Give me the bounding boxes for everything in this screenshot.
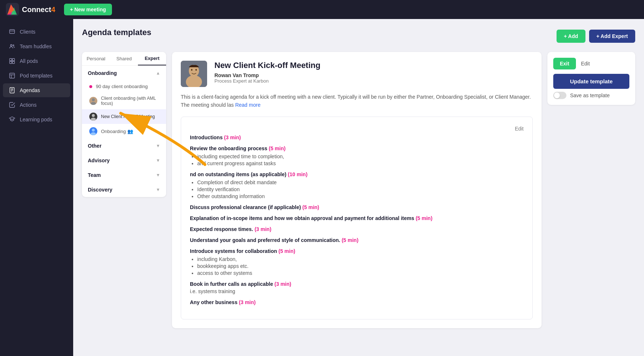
agenda-box: Edit Introductions (3 min) Review the on… — [181, 117, 533, 319]
chevron-down-advisory-icon: ▼ — [156, 158, 160, 163]
section-time-book: (3 min) — [274, 281, 291, 287]
svg-rect-10 — [10, 61, 12, 64]
save-as-template-toggle[interactable] — [553, 92, 566, 99]
tab-row: Personal Shared Expert — [82, 52, 166, 66]
sidebar-item-actions-label: Actions — [20, 102, 37, 108]
add-button[interactable]: + Add — [557, 30, 585, 43]
detail-header: New Client Kick-off Meeting Rowan Van Tr… — [181, 61, 533, 87]
sidebar-item-actions[interactable]: Actions — [3, 98, 70, 112]
category-other[interactable]: Other ▼ — [82, 139, 166, 153]
section-title-clearance: Discuss professional clearance (if appli… — [190, 204, 301, 210]
tab-personal[interactable]: Personal — [82, 52, 110, 65]
section-subtext-book: i.e. systems training — [190, 288, 524, 294]
template-item-aml[interactable]: Client onboarding (with AML focus) — [82, 92, 166, 109]
expert-avatar — [181, 61, 207, 87]
main-content: Agenda templates + Add + Add Expert Pers… — [73, 19, 644, 356]
add-expert-button[interactable]: + Add Expert — [589, 30, 635, 43]
svg-point-7 — [13, 45, 14, 46]
read-more-link[interactable]: Read more — [235, 102, 261, 108]
section-title-outstanding: nd on outstanding items (as applicable) — [190, 171, 287, 177]
detail-panel: New Client Kick-off Meeting Rowan Van Tr… — [172, 52, 542, 328]
category-onboarding-label: Onboarding — [88, 70, 117, 76]
template-item-90day[interactable]: 90 day client onboarding — [82, 80, 166, 92]
new-meeting-button[interactable]: + New meeting — [64, 4, 112, 15]
agenda-icon — [9, 87, 15, 94]
section-title-response: Expected response times. — [190, 226, 253, 232]
section-title-goals: Understand your goals and preferred styl… — [190, 237, 340, 243]
tab-shared[interactable]: Shared — [110, 52, 138, 65]
sidebar-item-team-huddles[interactable]: Team huddles — [3, 39, 70, 53]
section-time-inscope: (5 min) — [416, 215, 433, 221]
section-title-systems: Introduce systems for collaboration — [190, 248, 277, 254]
category-discovery-label: Discovery — [88, 187, 112, 193]
svg-rect-12 — [10, 73, 15, 78]
section-time-systems: (5 min) — [278, 248, 295, 254]
logo-icon — [6, 3, 19, 16]
tab-expert[interactable]: Expert — [138, 52, 166, 65]
category-advisory[interactable]: Advisory ▼ — [82, 153, 166, 168]
section-bullets-review: including expected time to completion, a… — [197, 154, 524, 166]
sidebar-item-agendas[interactable]: Agendas — [3, 83, 70, 97]
svg-rect-15 — [10, 88, 14, 93]
sidebar-item-agendas-label: Agendas — [20, 87, 40, 93]
template-avatar-dark — [89, 113, 97, 121]
sidebar-item-pod-templates[interactable]: Pod templates — [3, 69, 70, 83]
section-time-introductions: (3 min) — [224, 135, 241, 140]
section-bullets-outstanding: Completion of direct debit mandate Ident… — [197, 179, 524, 199]
template-item-onboarding2[interactable]: Onboarding 👥 — [82, 124, 166, 139]
svg-rect-4 — [10, 30, 15, 34]
bullet-item: Identity verification — [197, 186, 524, 192]
logo: Connect4 — [6, 3, 55, 16]
chevron-down-team-icon: ▼ — [156, 173, 160, 178]
expert-name: Rowan Van Tromp — [214, 72, 321, 78]
update-template-button[interactable]: Update template — [553, 74, 629, 89]
chevron-up-icon: ▲ — [156, 71, 160, 76]
template-item-kickoff-label: New Client Kick-off Meeting — [101, 114, 155, 119]
sidebar-item-clients-label: Clients — [20, 29, 35, 35]
sidebar-item-learning-pods[interactable]: Learning pods — [3, 113, 70, 126]
template-dot-icon — [89, 85, 92, 88]
bullet-item: including Karbon, — [197, 256, 524, 262]
actions-icon — [9, 102, 15, 108]
svg-point-23 — [92, 129, 95, 132]
clients-icon — [9, 29, 15, 35]
svg-point-24 — [91, 132, 96, 135]
section-time-review: (5 min) — [269, 145, 286, 151]
category-discovery[interactable]: Discovery ▼ — [82, 182, 166, 197]
pods-icon — [9, 58, 15, 64]
agenda-section-goals: Understand your goals and preferred styl… — [190, 237, 524, 243]
svg-point-28 — [191, 69, 192, 71]
agenda-section-response: Expected response times. (3 min) — [190, 226, 524, 232]
svg-point-6 — [11, 45, 12, 46]
template-item-aml-label: Client onboarding (with AML focus) — [101, 96, 160, 106]
sidebar: Clients Team huddles All pods Pod templa… — [0, 19, 73, 356]
exit-edit-row: Exit Edit — [553, 58, 629, 69]
agenda-section-aob: Any other business (3 min) — [190, 299, 524, 305]
bullet-item: Completion of direct debit mandate — [197, 179, 524, 185]
section-title-book: Book in further calls as applicable — [190, 281, 273, 287]
template-item-label: 90 day client onboarding — [96, 84, 148, 89]
sidebar-item-team-label: Team huddles — [20, 43, 52, 49]
sidebar-item-all-pods[interactable]: All pods — [3, 54, 70, 68]
template-avatar — [89, 97, 97, 105]
bullet-item: including expected time to completion, — [197, 154, 524, 159]
detail-description: This is a client-facing agenda for a kic… — [181, 93, 533, 109]
sidebar-item-clients[interactable]: Clients — [3, 25, 70, 39]
section-title-review: Review the onboarding process — [190, 145, 267, 151]
sidebar-item-all-pods-label: All pods — [20, 58, 38, 64]
agenda-section-systems: Introduce systems for collaboration (5 m… — [190, 248, 524, 276]
category-onboarding[interactable]: Onboarding ▲ — [82, 66, 166, 80]
agenda-section-book: Book in further calls as applicable (3 m… — [190, 281, 524, 294]
section-title-introductions: Introductions — [190, 135, 222, 140]
section-title-aob: Any other business — [190, 299, 237, 305]
category-other-label: Other — [88, 143, 101, 149]
svg-rect-9 — [12, 58, 15, 61]
bullet-item: access to other systems — [197, 270, 524, 276]
edit-button[interactable]: Edit — [580, 58, 591, 69]
topbar: Connect4 + New meeting — [0, 0, 644, 19]
agenda-section-outstanding: nd on outstanding items (as applicable) … — [190, 171, 524, 199]
exit-button[interactable]: Exit — [553, 58, 576, 69]
template-item-kickoff[interactable]: New Client Kick-off Meeting — [82, 109, 166, 124]
agenda-edit-link[interactable]: Edit — [515, 126, 524, 132]
category-team[interactable]: Team ▼ — [82, 168, 166, 182]
